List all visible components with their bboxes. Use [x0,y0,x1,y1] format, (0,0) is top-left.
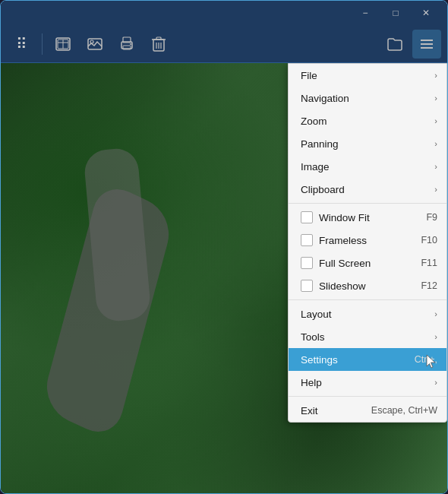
menu-item-slideshow[interactable]: Slideshow F12 [289,274,446,297]
menu-item-help-arrow: › [434,378,437,387]
svg-point-9 [130,43,131,45]
menu-item-image-arrow: › [434,162,437,171]
menu-item-window-fit-shortcut: F9 [426,212,437,223]
trash-icon [151,36,166,52]
menu-item-exit-shortcut: Escape, Ctrl+W [371,405,437,416]
full-screen-checkbox[interactable] [301,257,313,269]
menu-item-layout-label: Layout [301,309,431,320]
menu-item-clipboard[interactable]: Clipboard › [289,178,446,201]
menu-item-full-screen[interactable]: Full Screen F11 [289,252,446,274]
close-button[interactable]: ✕ [411,1,441,25]
toolbar: ⠿ [1,25,447,63]
apps-icon: ⠿ [16,35,27,53]
menu-item-zoom[interactable]: Zoom › [289,109,446,132]
folder-icon [386,36,403,52]
frameless-checkbox[interactable] [301,234,313,246]
menu-item-file-label: File [301,70,431,81]
window-fit-checkbox[interactable] [301,211,313,223]
main-window: − □ ✕ ⠿ [0,0,448,494]
menu-item-file[interactable]: File › [289,64,446,87]
gallery-button[interactable] [80,30,109,59]
menu-item-settings-label: Settings [301,354,409,366]
dropdown-menu: File › Navigation › Zoom › Panning › Ima… [288,63,447,423]
gallery-icon [87,36,103,52]
titlebar-controls: − □ ✕ [350,1,441,25]
printer-icon [118,36,135,52]
menu-item-exit-label: Exit [301,405,365,416]
delete-button[interactable] [144,30,173,59]
menu-item-image-label: Image [301,161,431,173]
menu-item-tools-label: Tools [301,331,431,343]
hamburger-menu-button[interactable] [412,30,441,59]
menu-item-zoom-label: Zoom [301,116,431,127]
menu-item-clipboard-label: Clipboard [301,184,431,195]
menu-separator-2 [289,299,446,300]
toolbar-divider-1 [42,33,43,55]
menu-item-tools[interactable]: Tools › [289,325,446,348]
menu-item-navigation[interactable]: Navigation › [289,87,446,109]
open-folder-button[interactable] [380,30,409,59]
menu-item-navigation-label: Navigation [301,93,431,104]
apps-button[interactable]: ⠿ [7,30,36,59]
slideshow-checkbox[interactable] [301,280,313,292]
svg-rect-12 [156,37,161,40]
menu-item-panning-arrow: › [434,139,437,148]
menu-item-window-fit-label: Window Fit [319,212,420,223]
maximize-button[interactable]: □ [380,1,411,25]
menu-item-tools-arrow: › [434,332,437,341]
hamburger-icon [418,36,435,52]
menu-item-exit[interactable]: Exit Escape, Ctrl+W [289,399,446,422]
menu-item-panning-label: Panning [301,138,431,150]
menu-item-frameless-label: Frameless [319,235,415,246]
menu-item-help-label: Help [301,377,431,388]
titlebar: − □ ✕ [1,1,447,25]
menu-item-image[interactable]: Image › [289,155,446,178]
menu-item-clipboard-arrow: › [434,185,437,194]
menu-item-frameless[interactable]: Frameless F10 [289,229,446,252]
menu-item-full-screen-label: Full Screen [319,258,415,269]
menu-item-settings-shortcut: Ctrl+, [415,354,437,365]
menu-item-window-fit[interactable]: Window Fit F9 [289,206,446,229]
menu-item-settings[interactable]: Settings Ctrl+, [289,348,446,371]
menu-item-help[interactable]: Help › [289,371,446,394]
minimize-button[interactable]: − [350,1,380,25]
menu-item-slideshow-shortcut: F12 [421,280,437,291]
menu-item-panning[interactable]: Panning › [289,132,446,155]
menu-item-frameless-shortcut: F10 [421,235,437,245]
menu-item-full-screen-shortcut: F11 [421,258,437,268]
menu-separator-3 [289,396,446,397]
menu-item-layout[interactable]: Layout › [289,302,446,325]
svg-point-5 [90,40,93,43]
menu-item-zoom-arrow: › [434,116,437,125]
image-button[interactable] [49,30,77,59]
menu-separator-1 [289,203,446,204]
menu-item-layout-arrow: › [434,309,437,318]
menu-item-file-arrow: › [434,71,437,80]
menu-item-slideshow-label: Slideshow [319,280,415,292]
main-content: File › Navigation › Zoom › Panning › Ima… [1,63,447,493]
menu-item-navigation-arrow: › [434,93,437,103]
image-icon [55,36,71,52]
printer-button[interactable] [112,30,141,59]
